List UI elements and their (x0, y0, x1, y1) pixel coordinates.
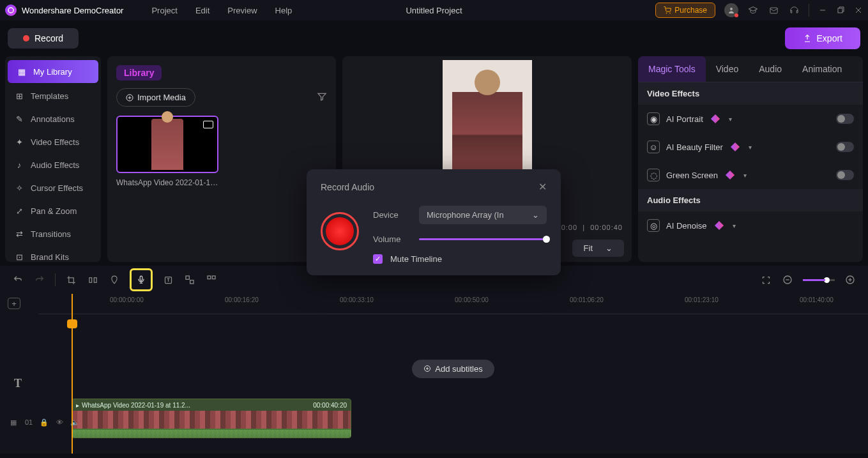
media-thumbnail[interactable] (116, 116, 218, 173)
chevron-down-icon: ⌄ (605, 243, 613, 253)
device-dropdown[interactable]: Microphone Array (In ⌄ (419, 206, 547, 224)
sidebar-item-my-library[interactable]: ▦My Library (8, 60, 98, 83)
import-media-button[interactable]: Import Media (116, 88, 195, 107)
clip-icon: ▸ (76, 402, 79, 409)
video-clip[interactable]: ▸ WhatsApp Video 2022-01-19 at 11.2... 0… (72, 399, 351, 438)
user-avatar-icon[interactable] (724, 3, 738, 17)
zoom-slider[interactable] (803, 279, 835, 281)
dialog-close-button[interactable]: ✕ (538, 181, 547, 193)
playhead[interactable] (72, 294, 73, 454)
svg-rect-14 (140, 276, 142, 280)
maximize-button[interactable] (836, 6, 845, 15)
properties-panel: Magic Tools Video Audio Animation Video … (638, 56, 863, 262)
timeline-ruler[interactable]: 00:00:00:00 00:00:16:20 00:00:33:10 00:0… (38, 294, 868, 314)
slider-thumb[interactable] (543, 236, 550, 243)
menu-preview[interactable]: Preview (218, 6, 266, 15)
add-subtitles-button[interactable]: Add subtitles (412, 360, 494, 378)
split-button[interactable] (86, 273, 99, 286)
mail-icon[interactable] (768, 4, 779, 16)
menu-edit[interactable]: Edit (187, 6, 218, 15)
tab-animation[interactable]: Animation (792, 56, 852, 82)
toggle-ai-beauty[interactable] (836, 142, 854, 152)
device-label: Device (373, 210, 411, 220)
visibility-icon[interactable]: 👁 (54, 416, 65, 428)
green-screen-icon: ◌ (647, 169, 660, 181)
toggle-green-screen[interactable] (836, 170, 854, 180)
sidebar-item-audio-effects[interactable]: ♪Audio Effects (5, 153, 101, 176)
chevron-down-icon: ▾ (749, 144, 752, 151)
pan-zoom-icon: ⤢ (14, 206, 24, 216)
record-audio-dialog: Record Audio ✕ Device Microphone Array (… (307, 169, 561, 275)
library-title: Library (116, 65, 162, 80)
lock-icon[interactable]: 🔒 (38, 416, 50, 428)
gem-icon (731, 142, 740, 151)
section-audio-effects: Audio Effects (638, 189, 863, 211)
volume-slider[interactable] (419, 238, 547, 240)
cursor-effects-icon: ✧ (14, 183, 24, 193)
ai-portrait-icon: ◉ (647, 112, 660, 125)
close-button[interactable] (854, 6, 863, 15)
marker-button[interactable] (108, 273, 121, 286)
prop-ai-beauty[interactable]: ☺ AI Beauty Filter▾ (638, 133, 863, 161)
filter-icon[interactable] (317, 91, 327, 103)
svg-point-1 (666, 13, 667, 13)
sidebar-item-video-effects[interactable]: ✦Video Effects (5, 130, 101, 153)
group-button[interactable] (183, 273, 196, 286)
sidebar-item-cursor-effects[interactable]: ✧Cursor Effects (5, 176, 101, 199)
toggle-ai-portrait[interactable] (836, 114, 854, 124)
academy-icon[interactable] (747, 4, 759, 16)
minimize-button[interactable] (818, 6, 827, 15)
text-tool-button[interactable] (162, 273, 174, 286)
purchase-button[interactable]: Purchase (655, 3, 715, 18)
svg-rect-4 (770, 8, 777, 13)
tab-audio[interactable]: Audio (749, 56, 792, 82)
sidebar-item-brand-kits[interactable]: ⊡Brand Kits (5, 245, 101, 262)
menu-project[interactable]: Project (142, 6, 186, 15)
track-type-icon[interactable]: ▦ (8, 416, 19, 428)
menu-help[interactable]: Help (266, 6, 301, 15)
zoom-thumb[interactable] (824, 277, 830, 283)
record-button[interactable]: Record (8, 28, 79, 49)
sidebar-item-transitions[interactable]: ⇄Transitions (5, 222, 101, 245)
import-label: Import Media (137, 93, 186, 102)
timeline[interactable]: + 00:00:00:00 00:00:16:20 00:00:33:10 00… (0, 294, 868, 454)
crop-button[interactable] (65, 273, 77, 286)
zoom-out-button[interactable] (781, 273, 794, 286)
thumbnail-play-icon (203, 121, 213, 128)
thumbnail-label: WhatsApp Video 2022-01-19 ... (116, 178, 218, 187)
purchase-label: Purchase (674, 6, 707, 15)
svg-rect-17 (190, 280, 194, 284)
undo-button[interactable] (11, 273, 24, 286)
redo-button[interactable] (33, 273, 46, 286)
tab-magic-tools[interactable]: Magic Tools (638, 56, 706, 82)
support-icon[interactable] (788, 4, 800, 16)
svg-rect-12 (89, 277, 91, 282)
prop-ai-denoise[interactable]: ◎ AI Denoise▾ (638, 211, 863, 240)
export-button[interactable]: Export (785, 27, 860, 49)
clip-name: WhatsApp Video 2022-01-19 at 11.2... (82, 402, 190, 409)
prop-green-screen[interactable]: ◌ Green Screen▾ (638, 161, 863, 189)
record-audio-tool-button[interactable] (130, 268, 153, 291)
tab-video[interactable]: Video (706, 56, 749, 82)
transitions-icon: ⇄ (14, 229, 24, 239)
clip-waveform (72, 429, 351, 438)
svg-rect-19 (212, 276, 215, 279)
library-panel: Library Import Media WhatsApp Video 2022… (107, 56, 336, 262)
mute-timeline-checkbox[interactable]: ✓ (373, 254, 383, 264)
sidebar-item-pan-zoom[interactable]: ⤢Pan & Zoom (5, 199, 101, 222)
mute-icon[interactable]: 🔈 (69, 416, 80, 428)
record-start-button[interactable] (321, 212, 359, 250)
zoom-in-button[interactable] (844, 273, 857, 286)
video-effects-icon: ✦ (14, 137, 24, 147)
fit-timeline-button[interactable] (759, 273, 772, 286)
svg-point-3 (730, 8, 733, 10)
sidebar-item-annotations[interactable]: ✎Annotations (5, 107, 101, 130)
ungroup-button[interactable] (205, 273, 218, 286)
fit-dropdown[interactable]: Fit ⌄ (572, 240, 624, 257)
chevron-down-icon: ▾ (733, 222, 736, 229)
prop-ai-portrait[interactable]: ◉ AI Portrait▾ (638, 105, 863, 133)
chevron-down-icon: ▾ (743, 172, 747, 179)
sidebar-item-templates[interactable]: ⊞Templates (5, 84, 101, 107)
svg-rect-6 (838, 8, 842, 13)
add-track-button[interactable]: + (8, 298, 20, 309)
